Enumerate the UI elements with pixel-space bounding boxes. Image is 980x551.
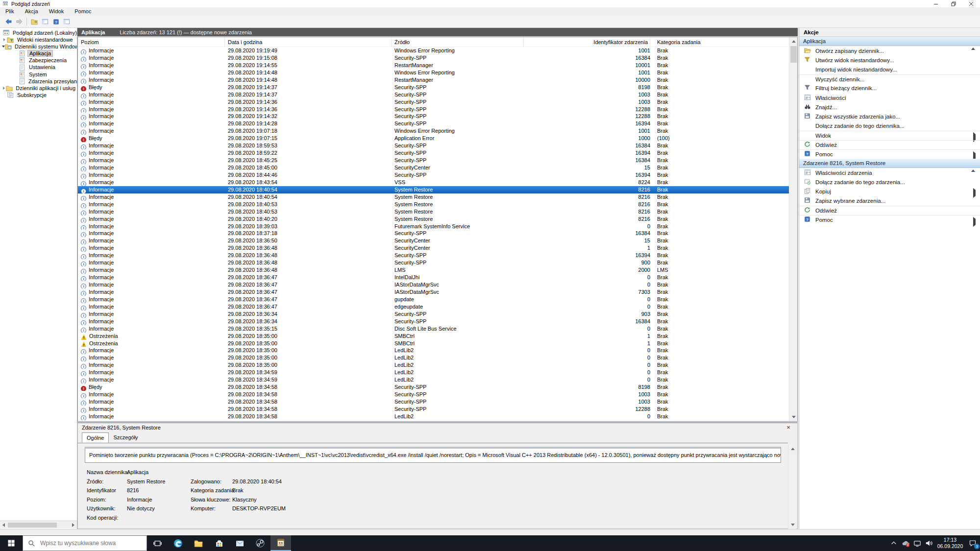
event-row[interactable]: iInformacje29.08.2020 18:36:48Security-S… — [78, 259, 789, 266]
panes-icon[interactable] — [40, 17, 50, 26]
event-row[interactable]: iInformacje29.08.2020 18:59:22Security-S… — [78, 149, 789, 157]
event-row[interactable]: iInformacje29.08.2020 19:14:36Security-S… — [78, 98, 789, 106]
menu-widok[interactable]: Widok — [44, 7, 70, 16]
minimize-button[interactable] — [927, 0, 945, 7]
action-zapisz-wybrane-zdarzenia[interactable]: Zapisz wybrane zdarzenia... — [799, 196, 980, 206]
event-row[interactable]: iInformacje29.08.2020 18:34:59LedLib20Br… — [78, 369, 789, 376]
expand-icon[interactable] — [2, 87, 6, 90]
event-row[interactable]: iInformacje29.08.2020 18:36:48Security-S… — [78, 252, 789, 259]
file-explorer-icon[interactable] — [188, 535, 209, 551]
scroll-left-button[interactable] — [0, 522, 7, 528]
event-row[interactable]: iInformacje29.08.2020 19:15:08Security-S… — [78, 54, 789, 62]
event-row[interactable]: iInformacje29.08.2020 18:40:54System Res… — [78, 186, 789, 193]
action-otwórz-zapisany-dziennik[interactable]: Otwórz zapisany dziennik... — [799, 46, 980, 55]
notifications-icon[interactable]: 3 — [965, 535, 980, 551]
preview-vertical-scrollbar[interactable] — [788, 445, 796, 529]
taskbar-search[interactable] — [23, 535, 147, 551]
event-row[interactable]: iInformacje29.08.2020 18:35:00LedLib20Br… — [78, 347, 789, 354]
column-header-2[interactable]: Źródło — [392, 37, 524, 47]
scroll-right-button[interactable] — [70, 522, 77, 528]
event-row[interactable]: iInformacje29.08.2020 18:34:58Security-S… — [78, 406, 789, 413]
event-row[interactable]: iInformacje29.08.2020 18:36:47IAStorData… — [78, 281, 789, 288]
event-row[interactable]: iInformacje29.08.2020 18:36:47edgeupdate… — [78, 303, 789, 311]
event-row[interactable]: !Błędy29.08.2020 18:34:58Security-SPP819… — [78, 383, 789, 391]
event-row[interactable]: iInformacje29.08.2020 18:40:53System Res… — [78, 208, 789, 216]
event-row[interactable]: iInformacje29.08.2020 18:36:50SecurityCe… — [78, 237, 789, 244]
tree-item-ustawienia[interactable]: Ustawienia — [0, 64, 77, 71]
action-pomoc[interactable]: ?Pomoc — [799, 215, 980, 224]
menu-pomoc[interactable]: Pomoc — [69, 7, 97, 16]
event-row[interactable]: iInformacje29.08.2020 18:40:54System Res… — [78, 193, 789, 201]
action-pane-icon[interactable] — [61, 17, 72, 26]
event-row[interactable]: iInformacje29.08.2020 18:59:53Security-S… — [78, 142, 789, 149]
task-view-icon[interactable] — [147, 535, 168, 551]
event-row[interactable]: iInformacje29.08.2020 18:39:03Futuremark… — [78, 223, 789, 230]
toggle-tree-icon[interactable] — [29, 17, 40, 26]
column-header-3[interactable]: Identyfikator zdarzenia — [524, 37, 650, 47]
scroll-up-button[interactable] — [789, 445, 796, 453]
menu-plik[interactable]: Plik — [0, 7, 20, 16]
store-icon[interactable] — [209, 535, 229, 551]
speaker-icon[interactable] — [923, 535, 935, 551]
action-znajdź[interactable]: Znajdź... — [799, 102, 980, 112]
action-filtruj-bieżący-dziennik[interactable]: Filtruj bieżący dziennik... — [799, 84, 980, 93]
scroll-down-button[interactable] — [789, 521, 796, 528]
tab-general[interactable]: Ogólne — [82, 432, 109, 443]
event-row[interactable]: iInformacje29.08.2020 18:35:15Disc Soft … — [78, 325, 789, 333]
tree-item-system[interactable]: System — [0, 71, 77, 78]
event-row[interactable]: iInformacje29.08.2020 18:34:58Security-S… — [78, 391, 789, 398]
tree-item-aplikacja[interactable]: Aplikacja — [0, 50, 77, 57]
event-row[interactable]: iInformacje29.08.2020 19:14:48Windows Er… — [78, 69, 789, 76]
action-zapisz-wszystkie-zdarzenia-jako[interactable]: Zapisz wszystkie zdarzenia jako... — [799, 112, 980, 121]
event-row[interactable]: iInformacje29.08.2020 18:40:53System Res… — [78, 201, 789, 208]
tree-item-zabezpieczenia[interactable]: Zabezpieczenia — [0, 57, 77, 64]
event-row[interactable]: iInformacje29.08.2020 19:14:48RestartMan… — [78, 76, 789, 84]
event-row[interactable]: !Błędy29.08.2020 19:14:37Security-SPP819… — [78, 84, 789, 91]
chevron-up-icon[interactable] — [888, 535, 900, 551]
restore-button[interactable] — [945, 0, 962, 7]
list-vertical-scrollbar[interactable] — [789, 37, 797, 421]
event-row[interactable]: !Ostrzeżenia29.08.2020 18:35:00SMBCtrl1B… — [78, 340, 789, 347]
tree-item-subskrypcje[interactable]: Subskrypcje — [0, 92, 77, 98]
event-row[interactable]: !Ostrzeżenia29.08.2020 18:35:00SMBCtrl1B… — [78, 333, 789, 340]
scroll-thumb[interactable] — [8, 523, 57, 527]
event-row[interactable]: iInformacje29.08.2020 19:07:18Windows Er… — [78, 127, 789, 135]
action-odśwież[interactable]: Odśwież — [799, 206, 980, 215]
column-header-0[interactable]: Poziom — [78, 37, 225, 47]
event-row[interactable]: iInformacje29.08.2020 18:34:58LedLib20Br… — [78, 413, 789, 420]
scroll-up-button[interactable] — [790, 38, 797, 45]
event-row[interactable]: iInformacje29.08.2020 19:14:28Security-S… — [78, 120, 789, 127]
action-dołącz-zadanie-do-tego-dziennika[interactable]: Dołącz zadanie do tego dziennika... — [799, 121, 980, 131]
event-row[interactable]: iInformacje29.08.2020 18:36:34Security-S… — [78, 318, 789, 325]
tree-item-dzienniki-aplikacji-i-us-ug[interactable]: Dzienniki aplikacji i usług — [0, 85, 77, 92]
tree-horizontal-scrollbar[interactable] — [0, 521, 77, 528]
actions-section-header[interactable]: Zdarzenie 8216, System Restore — [799, 159, 980, 168]
search-input[interactable] — [39, 539, 137, 547]
action-importuj-widok-niestandardowy[interactable]: Importuj widok niestandardowy... — [799, 65, 980, 74]
event-row[interactable]: iInformacje29.08.2020 18:45:00SecurityCe… — [78, 164, 789, 171]
event-row[interactable]: iInformacje29.08.2020 19:14:37Security-S… — [78, 91, 789, 98]
steam-icon[interactable] — [250, 535, 270, 551]
event-row[interactable]: iInformacje29.08.2020 18:43:54VSS8224Bra… — [78, 179, 789, 186]
event-row[interactable]: iInformacje29.08.2020 18:34:59LedLib20Br… — [78, 376, 789, 383]
event-row[interactable]: iInformacje29.08.2020 18:34:58Security-S… — [78, 398, 789, 406]
tree-item-podgl-d-zdarze-lokalny-[interactable]: Podgląd zdarzeń (Lokalny) — [0, 29, 77, 36]
action-dołącz-zadanie-do-tego-zdarzenia[interactable]: Dołącz zadanie do tego zdarzenia... — [799, 177, 980, 187]
mail-icon[interactable] — [229, 535, 250, 551]
event-row[interactable]: iInformacje29.08.2020 19:19:49Windows Er… — [78, 47, 789, 54]
actions-section-header[interactable]: Aplikacja — [799, 37, 980, 46]
event-row[interactable]: iInformacje29.08.2020 19:14:55RestartMan… — [78, 62, 789, 69]
column-header-1[interactable]: Data i godzina — [225, 37, 392, 47]
taskbar-clock[interactable]: 17:13 06.09.2020 — [935, 537, 965, 550]
event-viewer-icon[interactable] — [270, 535, 291, 551]
scroll-down-button[interactable] — [790, 413, 797, 421]
action-właściwości-zdarzenia[interactable]: Właściwości zdarzenia — [799, 168, 980, 177]
event-row[interactable]: iInformacje29.08.2020 18:45:25Security-S… — [78, 157, 789, 164]
action-właściwości[interactable]: Właściwości — [799, 93, 980, 102]
menu-akcja[interactable]: Akcja — [20, 7, 44, 16]
action-utwórz-widok-niestandardowy[interactable]: Utwórz widok niestandardowy... — [799, 55, 980, 65]
back-icon[interactable] — [3, 17, 14, 26]
event-row[interactable]: iInformacje29.08.2020 18:36:48LMS2000LMS — [78, 266, 789, 274]
event-row[interactable]: iInformacje29.08.2020 18:44:46Security-S… — [78, 171, 789, 179]
event-row[interactable]: iInformacje29.08.2020 18:36:48SecurityCe… — [78, 244, 789, 252]
